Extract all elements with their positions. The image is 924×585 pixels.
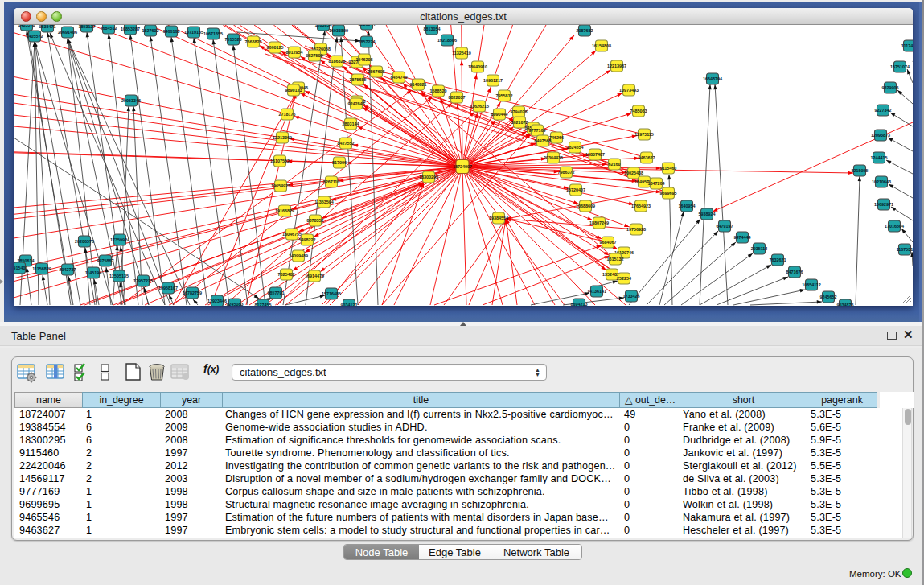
svg-text:9474444: 9474444 [734, 235, 751, 240]
svg-text:1117403: 1117403 [901, 43, 913, 48]
svg-text:12213987: 12213987 [607, 64, 626, 68]
svg-text:20053346: 20053346 [121, 98, 141, 103]
svg-text:19756928: 19756928 [626, 227, 646, 232]
svg-text:12213369: 12213369 [273, 135, 292, 140]
svg-text:15751074: 15751074 [890, 64, 910, 69]
svg-text:7515526: 7515526 [225, 37, 242, 42]
svg-text:3915401: 3915401 [14, 266, 28, 270]
svg-text:9975867: 9975867 [97, 258, 114, 263]
svg-text:3875685: 3875685 [350, 77, 367, 82]
svg-text:3824554: 3824554 [567, 145, 584, 150]
svg-text:19384554: 19384554 [489, 216, 508, 220]
svg-text:9034876: 9034876 [837, 303, 854, 306]
svg-text:16154808: 16154808 [592, 43, 611, 48]
svg-text:1145194: 1145194 [85, 270, 102, 275]
svg-text:9827500: 9827500 [306, 53, 323, 58]
svg-text:1588520: 1588520 [430, 89, 447, 93]
svg-text:1853127: 1853127 [79, 25, 96, 29]
svg-text:19218506: 19218506 [437, 38, 457, 43]
svg-text:9890123: 9890123 [285, 88, 302, 93]
svg-text:12505135: 12505135 [109, 274, 129, 278]
svg-text:9146821: 9146821 [410, 82, 427, 87]
svg-text:9245652: 9245652 [820, 295, 837, 299]
svg-text:10688609: 10688609 [576, 204, 595, 208]
svg-text:6479197: 6479197 [717, 224, 733, 229]
svg-text:11353594: 11353594 [314, 200, 334, 204]
svg-text:9242845: 9242845 [348, 101, 365, 106]
svg-text:5498222: 5498222 [299, 237, 316, 242]
svg-text:9463627: 9463627 [639, 155, 655, 160]
svg-text:8912954: 8912954 [286, 50, 303, 55]
svg-text:5938924: 5938924 [699, 212, 716, 216]
svg-text:20206576: 20206576 [75, 239, 94, 244]
svg-text:9329906: 9329906 [882, 85, 899, 90]
svg-text:2935114: 2935114 [751, 246, 768, 251]
svg-text:746266: 746266 [549, 135, 564, 140]
svg-text:10973493: 10973493 [619, 88, 639, 93]
svg-text:18640910: 18640910 [468, 64, 487, 69]
svg-text:19654925: 19654925 [271, 183, 290, 188]
svg-text:18300295: 18300295 [419, 175, 438, 179]
svg-text:12093873: 12093873 [871, 133, 890, 138]
svg-text:1546208: 1546208 [356, 57, 373, 62]
svg-text:9699695: 9699695 [660, 191, 677, 196]
svg-text:1527602: 1527602 [142, 28, 159, 33]
svg-text:20364436: 20364436 [544, 155, 563, 160]
svg-text:15716485: 15716485 [322, 291, 341, 296]
svg-text:817006: 817006 [332, 160, 347, 165]
svg-text:18807249: 18807249 [589, 220, 609, 225]
svg-text:18724007: 18724007 [453, 164, 472, 169]
svg-text:12923446: 12923446 [207, 299, 227, 303]
svg-text:14136141: 14136141 [587, 289, 606, 294]
svg-text:1615132: 1615132 [607, 257, 624, 262]
svg-text:10807487: 10807487 [585, 152, 605, 157]
svg-text:16914479: 16914479 [305, 274, 324, 278]
svg-text:2803144: 2803144 [343, 122, 359, 126]
svg-text:16782759: 16782759 [183, 290, 202, 295]
svg-text:8454749: 8454749 [391, 75, 408, 80]
svg-text:19166829: 19166829 [275, 208, 294, 213]
svg-text:11156829: 11156829 [32, 266, 51, 271]
svg-text:252254: 252254 [617, 276, 631, 281]
svg-text:1640954: 1640954 [679, 204, 696, 208]
svg-text:9660125: 9660125 [267, 45, 284, 50]
svg-text:1847264: 1847264 [648, 181, 665, 186]
svg-text:62160: 62160 [609, 162, 621, 167]
svg-text:8878352: 8878352 [307, 218, 324, 223]
svg-text:7986372: 7986372 [558, 170, 575, 175]
svg-text:9794028: 9794028 [511, 109, 528, 114]
svg-text:1621072: 1621072 [511, 120, 528, 125]
svg-text:16648794: 16648794 [703, 76, 722, 81]
svg-text:1203954: 1203954 [315, 25, 332, 27]
svg-text:9245083: 9245083 [227, 302, 244, 306]
svg-text:17654923: 17654923 [631, 204, 651, 208]
svg-text:8127455: 8127455 [255, 303, 272, 306]
svg-text:7632621: 7632621 [770, 257, 786, 262]
svg-text:9684067: 9684067 [600, 240, 617, 245]
svg-text:8990444: 8990444 [491, 112, 508, 117]
svg-text:7485063: 7485063 [630, 109, 647, 113]
svg-text:8267110: 8267110 [323, 179, 340, 184]
svg-text:17957225: 17957225 [133, 278, 153, 283]
svg-text:7857224: 7857224 [359, 39, 376, 44]
svg-text:6497568: 6497568 [535, 138, 552, 143]
svg-text:10210643: 10210643 [872, 179, 891, 184]
svg-text:8215955: 8215955 [852, 168, 869, 173]
svg-text:2718176: 2718176 [279, 112, 296, 117]
svg-text:2087682: 2087682 [577, 28, 593, 33]
svg-text:8531044: 8531044 [359, 25, 376, 27]
svg-text:2867608: 2867608 [368, 69, 385, 74]
svg-text:17016504: 17016504 [885, 224, 904, 229]
svg-text:9034121: 9034121 [341, 303, 358, 306]
svg-text:14099489: 14099489 [289, 253, 308, 258]
svg-text:7955812: 7955812 [496, 93, 513, 98]
svg-text:9115460: 9115460 [660, 166, 677, 171]
svg-text:11325419: 11325419 [452, 51, 471, 56]
svg-text:20691406: 20691406 [58, 30, 77, 35]
svg-text:8186328: 8186328 [329, 59, 346, 64]
svg-text:7663822: 7663822 [245, 39, 262, 44]
svg-text:16033809: 16033809 [329, 28, 348, 33]
svg-text:7625402: 7625402 [278, 272, 295, 277]
svg-text:8822037: 8822037 [449, 95, 466, 100]
svg-text:16107552: 16107552 [270, 159, 290, 163]
